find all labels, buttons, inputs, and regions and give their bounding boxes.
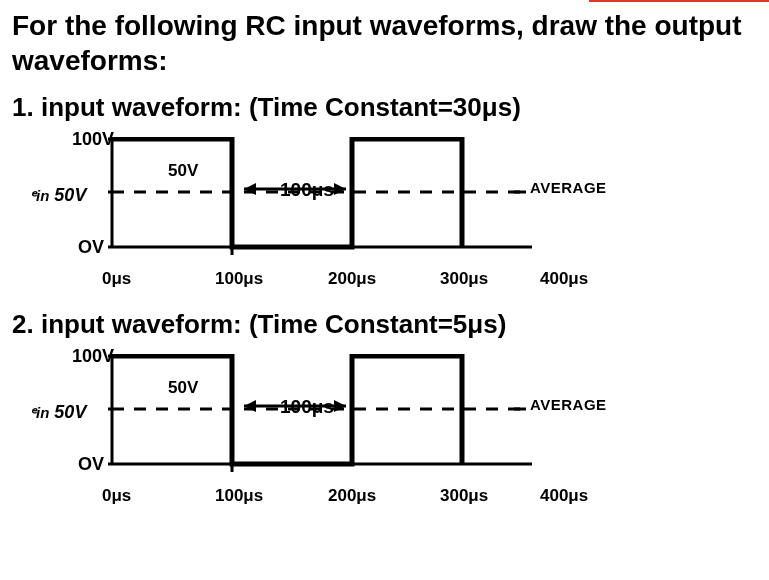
y-label-ov: OV (78, 237, 104, 258)
decorative-top-border (589, 0, 769, 2)
x-tick-4: 400μs (540, 269, 588, 289)
waveform-figure-1: 100V ᵉin 50V OV 50V 100μs AVERAGE (30, 129, 670, 295)
x-tick-1b: 100μs (215, 486, 263, 506)
x-tick-2: 200μs (328, 269, 376, 289)
y-label-ov-2: OV (78, 454, 104, 475)
ein-prefix-2: ᵉin (30, 404, 49, 421)
problem-2-heading: 2. input waveform: (Time Constant=5μs) (12, 309, 757, 340)
document-content: For the following RC input waveforms, dr… (0, 0, 769, 512)
ein-prefix: ᵉin (30, 187, 49, 204)
x-tick-3: 300μs (440, 269, 488, 289)
document-title: For the following RC input waveforms, dr… (12, 8, 757, 78)
title-text: For the following RC input waveforms, dr… (12, 10, 742, 76)
x-tick-4b: 400μs (540, 486, 588, 506)
waveform-svg-2 (102, 354, 642, 484)
x-tick-0: 0μs (102, 269, 131, 289)
ein-label: ᵉin 50V (30, 185, 86, 206)
ein-value-2: 50V (54, 402, 86, 422)
problem-2-text: 2. input waveform: (Time Constant=5μs) (12, 309, 506, 339)
ein-label-2: ᵉin 50V (30, 402, 86, 423)
problem-1-text: 1. input waveform: (Time Constant=30μs) (12, 92, 521, 122)
ein-value: 50V (54, 185, 86, 205)
waveform-svg-1 (102, 137, 642, 267)
x-tick-3b: 300μs (440, 486, 488, 506)
x-tick-2b: 200μs (328, 486, 376, 506)
waveform-figure-2: 100V ᵉin 50V OV 50V 100μs AVERAGE 0μs 10… (30, 346, 670, 512)
x-tick-0b: 0μs (102, 486, 131, 506)
problem-1-heading: 1. input waveform: (Time Constant=30μs) (12, 92, 757, 123)
x-tick-1: 100μs (215, 269, 263, 289)
